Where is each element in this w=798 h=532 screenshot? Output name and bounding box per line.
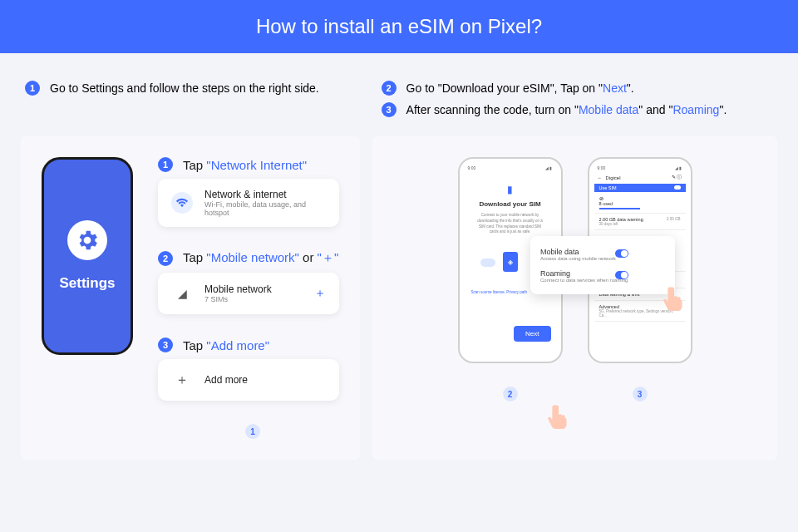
use-sim-row[interactable]: Use SIM (594, 184, 686, 192)
card-subtitle: 7 SIMs (204, 295, 272, 303)
instruction-1-text: Go to Settings and follow the steps on t… (50, 81, 319, 95)
step-1-number: 1 (158, 157, 173, 172)
step-3-number: 3 (158, 337, 173, 352)
step-number-2: 2 (382, 81, 397, 96)
panel-badge-1: 1 (245, 424, 260, 439)
instructions-row: 1 Go to Settings and follow the steps on… (0, 53, 798, 124)
step-1: 1 Tap "Network Internet" Network & inter… (158, 157, 339, 227)
sim-illustration: ◈ (485, 252, 535, 277)
plus-icon[interactable]: ＋ (314, 286, 326, 301)
gear-icon (67, 220, 107, 260)
statusbar: 9:00◢ ▮ (465, 164, 556, 172)
add-more-card[interactable]: ＋ Add more (158, 359, 339, 401)
roaming-row[interactable]: Roaming Connect to data services when ro… (540, 269, 637, 283)
mobile-data-toggle[interactable] (615, 249, 628, 258)
instruction-3: 3 After scanning the code, turn on "Mobi… (382, 102, 773, 117)
steps-list: 1 Tap "Network Internet" Network & inter… (158, 157, 339, 439)
card-title: Add more (204, 374, 248, 386)
panel-right: 9:00◢ ▮ ▮ Download your SIM Connect to y… (372, 136, 777, 460)
download-subtitle: Connect to your mobile network by downlo… (475, 213, 546, 235)
carrier-title: ←Digicel✎ ⓘ (594, 172, 686, 183)
statusbar: 9:00◢ ▮ (594, 164, 686, 172)
card-title: Mobile network (204, 283, 272, 295)
network-internet-card[interactable]: Network & internet Wi-Fi, mobile, data u… (158, 179, 339, 227)
download-title: Download your SIM (471, 200, 549, 208)
mobile-data-row[interactable]: Mobile data Access data using mobile net… (540, 248, 637, 261)
next-button[interactable]: Next (514, 326, 550, 342)
panel-badge-3: 3 (633, 387, 648, 401)
toggle-overlay: Mobile data Access data using mobile net… (530, 236, 675, 294)
plus-icon: ＋ (171, 369, 193, 391)
step-number-3: 3 (382, 102, 397, 117)
panel-badge-2: 2 (503, 387, 518, 401)
step-2: 2 Tap "Mobile network" or "＋" ◢ Mobile n… (158, 250, 339, 314)
hand-pointer-icon (543, 399, 574, 432)
step-number-1: 1 (25, 81, 40, 96)
wifi-icon (171, 192, 193, 214)
step-2-number: 2 (158, 251, 173, 266)
card-subtitle: Wi-Fi, mobile, data usage, and hotspot (204, 200, 326, 217)
hand-pointer-icon (658, 281, 690, 314)
settings-phone-mockup: Settings (42, 157, 133, 355)
instruction-1: 1 Go to Settings and follow the steps on… (25, 81, 382, 96)
sim-icon: ▮ (471, 184, 549, 195)
instruction-3-text: After scanning the code, turn on "Mobile… (406, 103, 727, 116)
mobile-network-card[interactable]: ◢ Mobile network 7 SIMs ＋ (158, 273, 339, 314)
instruction-2-text: Go to "Download your eSIM", Tap on "Next… (406, 81, 634, 95)
panel-left: Settings 1 Tap "Network Internet" Networ… (21, 136, 360, 460)
data-used-section: ⊘ 8 used (594, 193, 686, 214)
card-title: Network & internet (204, 189, 326, 200)
data-warning-section: 2.00 GB data warning 2.00 GB 30 days lef… (594, 214, 686, 230)
signal-icon: ◢ (171, 283, 193, 304)
step-3: 3 Tap "Add more" ＋ Add more (158, 337, 339, 401)
settings-label: Settings (59, 275, 115, 292)
roaming-toggle[interactable] (615, 271, 628, 279)
page-title: How to install an eSIM on Pixel? (0, 0, 798, 53)
instruction-2: 2 Go to "Download your eSIM", Tap on "Ne… (382, 81, 773, 96)
